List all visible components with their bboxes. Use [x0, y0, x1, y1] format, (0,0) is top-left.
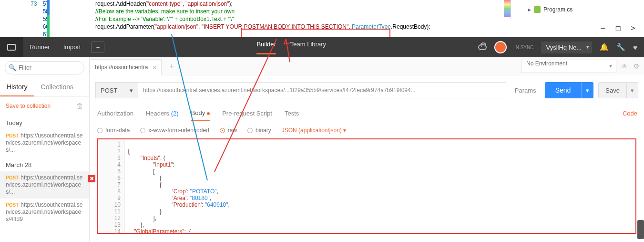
bell-icon[interactable]: 🔔 [600, 43, 609, 52]
tab-team-library[interactable]: Team Library [290, 41, 326, 54]
request-tab[interactable]: https://ussouthcentra × [90, 59, 162, 75]
tab-authorization[interactable]: Authorization [97, 106, 133, 121]
panel-icon [7, 44, 16, 51]
solution-file-label: Program.cs [543, 6, 572, 13]
request-tab-label: https://ussouthcentra [95, 64, 148, 71]
request-row: POST ▾ https://ussouthcentral.services.a… [90, 75, 644, 105]
opt-binary[interactable]: binary [247, 127, 271, 134]
opt-xform[interactable]: x-www-form-urlencoded [140, 127, 209, 134]
filter-input[interactable] [5, 61, 84, 74]
environment-selector[interactable]: No Environment [521, 60, 616, 73]
import-button[interactable]: Import [57, 37, 88, 57]
send-button[interactable]: Send [545, 82, 582, 98]
code-link[interactable]: Code [623, 110, 637, 117]
solution-explorer-item[interactable]: ▸ Program.cs [511, 0, 644, 19]
close-icon[interactable]: × [153, 64, 156, 71]
team-selector[interactable]: VysilHq Ne... [541, 42, 592, 53]
cloud-sync-icon[interactable] [478, 44, 487, 50]
new-button[interactable]: + [91, 42, 104, 53]
send-caret[interactable]: ▾ [581, 82, 593, 98]
heart-icon[interactable]: ♥ [633, 43, 637, 52]
maximize-icon[interactable]: □ [616, 23, 621, 32]
params-button[interactable]: Params [506, 87, 545, 94]
tab-collections[interactable]: Collections [34, 78, 80, 96]
avatar[interactable] [494, 41, 507, 53]
json-line-numbers: 1234567891011121314 [98, 139, 125, 233]
opt-form-data[interactable]: form-data [97, 127, 130, 134]
add-tab-button[interactable]: + [165, 60, 178, 73]
save-to-collection-link[interactable]: Save to collection [6, 103, 51, 109]
error-icon: ✖ [88, 175, 95, 182]
postman-main: 🔍 History Collections Save to collection… [0, 57, 644, 242]
dot-icon [207, 112, 210, 115]
save-caret[interactable]: ▾ [627, 82, 638, 98]
opt-raw[interactable]: raw [220, 127, 237, 134]
method-selector[interactable]: POST ▾ [95, 82, 138, 98]
chevron-down-icon: ▾ [130, 87, 133, 94]
work-area: https://ussouthcentra × + No Environment… [90, 57, 644, 242]
search-icon: 🔍 [9, 64, 16, 71]
tab-body[interactable]: Body [191, 105, 210, 121]
request-subtabs: Authorization Headers (2) Body Pre-reque… [90, 105, 644, 122]
scrollbar[interactable] [637, 220, 644, 239]
tab-prerequest[interactable]: Pre-request Script [222, 106, 272, 121]
runner-button[interactable]: Runner [23, 37, 57, 57]
chevron-right-icon: ▸ [528, 6, 531, 13]
sidebar-tabs: History Collections [0, 78, 89, 97]
history-march-header: March 28 [0, 157, 89, 171]
history-item[interactable]: POSThttps://ussouthcentral.services.azur… [0, 171, 89, 199]
json-body-text[interactable]: { "Inputs": { "input1": [ | { 'Crop': "P… [125, 139, 635, 233]
gear-icon[interactable]: ⚙ [633, 62, 639, 71]
history-today-header: Today [0, 115, 89, 129]
history-item[interactable]: POSThttps://ussouthcentral.services.azur… [0, 199, 89, 226]
body-options: form-data x-www-form-urlencoded raw bina… [90, 122, 644, 138]
json-body-editor[interactable]: ✖ 1234567891011121314 { "Inputs": { "inp… [97, 138, 636, 234]
method-label: POST [101, 87, 117, 94]
tab-builder[interactable]: Builder [256, 41, 276, 54]
more-icon[interactable]: > [631, 23, 635, 32]
url-input[interactable]: https://ussouthcentral.services.azureml.… [138, 82, 506, 98]
tab-history[interactable]: History [0, 78, 34, 96]
history-item[interactable]: POSThttps://ussouthcentral.services.azur… [0, 129, 89, 157]
code-gutter: 7357 58 59 60 61 [0, 0, 52, 38]
content-type-selector[interactable]: JSON (application/json) [282, 127, 346, 134]
postman-toolbar: Runner Import + Builder Team Library IN … [0, 37, 644, 57]
trash-icon[interactable]: 🗑 [76, 102, 83, 110]
minimize-icon[interactable]: — [601, 23, 605, 32]
sync-status: IN SYNC [514, 45, 534, 50]
csharp-file-icon [534, 6, 541, 13]
tab-tests[interactable]: Tests [285, 106, 299, 121]
wrench-icon[interactable]: 🔧 [616, 43, 625, 52]
tab-headers[interactable]: Headers (2) [146, 106, 179, 121]
sidebar-toggle-button[interactable] [0, 37, 23, 57]
request-tabstrip: https://ussouthcentra × + No Environment… [90, 57, 644, 75]
eye-icon[interactable]: 👁 [621, 63, 628, 71]
save-button[interactable]: Save [598, 82, 627, 98]
sidebar: 🔍 History Collections Save to collection… [0, 57, 90, 242]
window-controls: — □ > [506, 19, 644, 36]
